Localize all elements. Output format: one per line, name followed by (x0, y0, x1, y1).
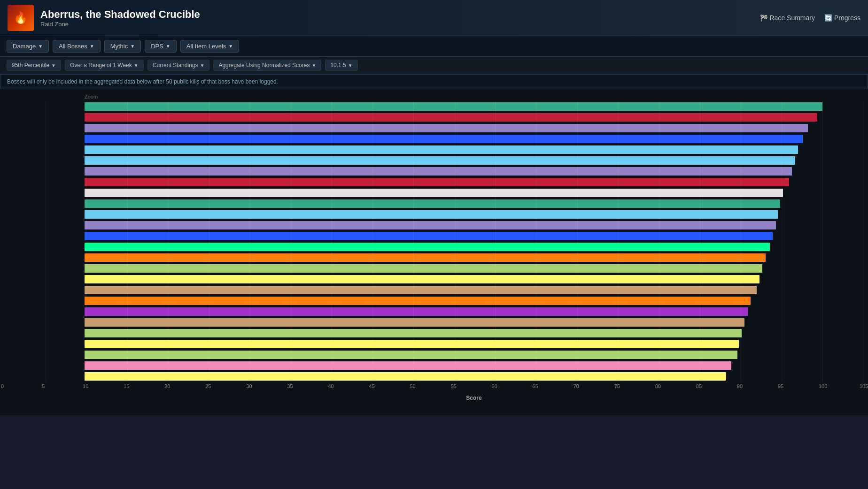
percentile-button[interactable]: 95th Percentile ▼ (7, 60, 61, 71)
chart-wrapper: Augmentation EvokerUnholy Death KnightDe… (5, 101, 863, 401)
table-row: Frost Mage (85, 155, 863, 166)
x-tick: 40 (328, 383, 333, 389)
version-chevron: ▼ (348, 63, 353, 68)
x-tick: 5 (42, 383, 45, 389)
progress-label: Progress (834, 14, 860, 22)
bar-track (85, 145, 863, 154)
damage-button[interactable]: Damage ▼ (7, 40, 49, 53)
x-tick: 105 (860, 383, 868, 389)
table-row: Frost Death Knight (85, 177, 863, 187)
table-row: Devastation Evoker (85, 199, 863, 209)
bar-fill (85, 210, 778, 219)
x-tick: 100 (819, 383, 827, 389)
race-summary-icon: 🏁 (760, 14, 768, 22)
bar-fill (85, 351, 737, 359)
bar-fill (85, 178, 789, 186)
progress-link[interactable]: 🔄 Progress (824, 14, 860, 22)
table-row: Unholy Death Knight (85, 112, 863, 122)
mythic-label: Mythic (110, 43, 128, 50)
bar-fill (85, 145, 798, 154)
x-tick: 35 (287, 383, 293, 389)
race-summary-link[interactable]: 🏁 Race Summary (760, 14, 815, 22)
bar-fill (85, 189, 783, 197)
bar-fill (85, 372, 726, 381)
table-row: Fury Warrior (85, 317, 863, 328)
bar-fill (85, 221, 776, 229)
sub-toolbar: 95th Percentile ▼ Over a Range of 1 Week… (0, 57, 868, 74)
table-row: Retribution Paladin (85, 360, 863, 371)
range-button[interactable]: Over a Range of 1 Week ▼ (65, 60, 144, 71)
item-levels-label: All Item Levels (186, 43, 226, 50)
table-row: Havoc Demon Hunter (85, 306, 863, 317)
bar-track (85, 275, 863, 283)
aggregate-chevron: ▼ (311, 63, 316, 68)
bar-track (85, 210, 863, 219)
x-tick: 0 (1, 383, 4, 389)
chart-area: Augmentation EvokerUnholy Death KnightDe… (5, 101, 863, 382)
bar-track (85, 340, 863, 348)
bar-fill (85, 156, 795, 165)
bar-track (85, 318, 863, 327)
bar-fill (85, 199, 780, 208)
x-tick: 25 (205, 383, 211, 389)
standings-chevron: ▼ (200, 63, 204, 68)
table-row: Arcane Mage (85, 209, 863, 220)
table-row: Balance Druid (85, 296, 863, 306)
bar-track (85, 178, 863, 186)
range-chevron: ▼ (134, 63, 139, 68)
x-tick: 80 (655, 383, 661, 389)
notice-text: Bosses will only be included in the aggr… (7, 78, 278, 85)
bar-fill (85, 102, 822, 111)
bar-track (85, 199, 863, 208)
table-row: Outlaw Rogue (85, 339, 863, 349)
bar-track (85, 361, 863, 370)
standings-label: Current Standings (153, 62, 198, 69)
range-label: Over a Range of 1 Week (70, 62, 132, 69)
all-bosses-chevron: ▼ (90, 44, 94, 49)
bar-fill (85, 135, 803, 143)
bar-track (85, 253, 863, 262)
table-row: Arms Warrior (85, 285, 863, 295)
bar-fill (85, 113, 817, 122)
header-nav: 🏁 Race Summary 🔄 Progress (760, 14, 861, 22)
all-bosses-button[interactable]: All Bosses ▼ (53, 40, 101, 53)
mythic-button[interactable]: Mythic ▼ (104, 40, 141, 53)
bar-track (85, 372, 863, 381)
x-tick: 30 (246, 383, 252, 389)
percentile-chevron: ▼ (51, 63, 56, 68)
damage-chevron: ▼ (38, 44, 43, 49)
x-tick: 20 (164, 383, 170, 389)
version-button[interactable]: 10.1.5 ▼ (325, 60, 357, 71)
bar-track (85, 156, 863, 165)
aggregate-label: Aggregate Using Normalized Scores (218, 62, 310, 69)
bar-track (85, 264, 863, 273)
table-row: Affliction Warlock (85, 166, 863, 176)
raid-icon: 🔥 (8, 5, 34, 31)
header-left: 🔥 Aberrus, the Shadowed Crucible Raid Zo… (8, 5, 200, 31)
table-row: Destruction Warlock (85, 220, 863, 230)
x-axis: 0510152025303540455055606570758085909510… (5, 383, 863, 393)
race-summary-label: Race Summary (770, 14, 815, 22)
bar-fill (85, 264, 762, 273)
table-row: Survival Hunter (85, 350, 863, 360)
aggregate-button[interactable]: Aggregate Using Normalized Scores ▼ (213, 60, 321, 71)
bar-track (85, 232, 863, 240)
main-toolbar: Damage ▼ All Bosses ▼ Mythic ▼ DPS ▼ All… (0, 36, 868, 57)
standings-button[interactable]: Current Standings ▼ (147, 60, 210, 71)
bar-track (85, 167, 863, 176)
bar-track (85, 189, 863, 197)
dps-button[interactable]: DPS ▼ (145, 40, 177, 53)
table-row: Marksmanship Hunter (85, 263, 863, 274)
bar-fill (85, 307, 748, 316)
x-tick: 75 (614, 383, 620, 389)
table-row: Assassination Rogue (85, 371, 863, 382)
x-tick: 15 (124, 383, 129, 389)
table-row: Subtlety Rogue (85, 274, 863, 284)
item-levels-button[interactable]: All Item Levels ▼ (180, 40, 239, 53)
grid-line (863, 101, 864, 382)
x-tick: 65 (533, 383, 538, 389)
x-tick: 90 (737, 383, 743, 389)
bar-track (85, 297, 863, 305)
table-row: Elemental Shaman (85, 231, 863, 241)
page-title: Aberrus, the Shadowed Crucible (40, 8, 200, 21)
